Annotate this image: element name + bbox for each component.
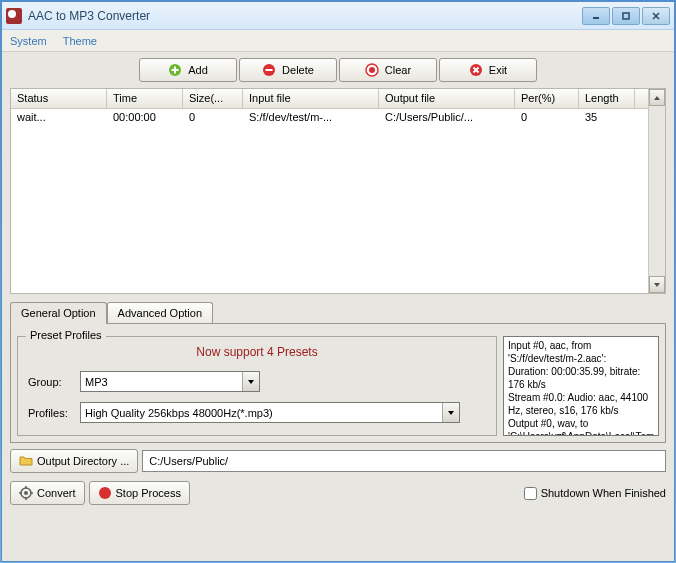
tab-general[interactable]: General Option: [10, 302, 107, 324]
svg-point-10: [369, 67, 375, 73]
menu-theme[interactable]: Theme: [63, 35, 97, 47]
scroll-up-button[interactable]: [649, 89, 665, 106]
window-controls: [582, 7, 670, 25]
menubar: System Theme: [2, 30, 674, 52]
add-button[interactable]: Add: [139, 58, 237, 82]
clear-icon: [365, 63, 379, 77]
tab-content: Preset Profiles Now support 4 Presets Gr…: [10, 323, 666, 443]
exit-button[interactable]: Exit: [439, 58, 537, 82]
output-directory-button[interactable]: Output Directory ...: [10, 449, 138, 473]
col-output[interactable]: Output file: [379, 89, 515, 108]
svg-marker-15: [654, 283, 660, 287]
profiles-label: Profiles:: [28, 407, 76, 419]
cell-input: S:/f/dev/test/m-...: [243, 109, 379, 127]
svg-point-19: [24, 491, 28, 495]
col-status[interactable]: Status: [11, 89, 107, 108]
svg-rect-1: [623, 13, 629, 19]
clear-label: Clear: [385, 64, 411, 76]
info-line: Input #0, aac, from: [508, 339, 654, 352]
stop-icon: [98, 486, 112, 500]
cell-output: C:/Users/Public/...: [379, 109, 515, 127]
convert-button[interactable]: Convert: [10, 481, 85, 505]
convert-label: Convert: [37, 487, 76, 499]
media-info-box: Input #0, aac, from 'S:/f/dev/test/m-2.a…: [503, 336, 659, 436]
shutdown-checkbox-wrap[interactable]: Shutdown When Finished: [524, 487, 666, 500]
table-body: wait... 00:00:00 0 S:/f/dev/test/m-... C…: [11, 109, 648, 127]
cell-size: 0: [183, 109, 243, 127]
app-icon: [6, 8, 22, 24]
cell-time: 00:00:00: [107, 109, 183, 127]
profiles-combo[interactable]: High Quality 256kbps 48000Hz(*.mp3): [80, 402, 460, 423]
delete-icon: [262, 63, 276, 77]
info-line: 'S:/f/dev/test/m-2.aac':: [508, 352, 654, 365]
preset-fieldset: Preset Profiles Now support 4 Presets Gr…: [17, 336, 497, 436]
tab-advanced[interactable]: Advanced Option: [107, 302, 213, 323]
exit-label: Exit: [489, 64, 507, 76]
close-button[interactable]: [642, 7, 670, 25]
maximize-button[interactable]: [612, 7, 640, 25]
info-line: Stream #0.0: Audio: aac, 44100 Hz, stere…: [508, 391, 654, 417]
app-window: AAC to MP3 Converter System Theme Add De…: [1, 1, 675, 562]
menu-system[interactable]: System: [10, 35, 47, 47]
toolbar: Add Delete Clear Exit: [10, 56, 666, 86]
cell-per: 0: [515, 109, 579, 127]
svg-marker-17: [448, 411, 454, 415]
clear-button[interactable]: Clear: [339, 58, 437, 82]
scroll-down-button[interactable]: [649, 276, 665, 293]
shutdown-checkbox[interactable]: [524, 487, 537, 500]
group-combo[interactable]: MP3: [80, 371, 260, 392]
stop-label: Stop Process: [116, 487, 181, 499]
table-header: Status Time Size(... Input file Output f…: [11, 89, 648, 109]
output-bar: Output Directory ...: [10, 445, 666, 477]
info-line: 'C:\Users\yzf\AppData\Local\Tem: [508, 430, 654, 436]
exit-icon: [469, 63, 483, 77]
delete-button[interactable]: Delete: [239, 58, 337, 82]
shutdown-label: Shutdown When Finished: [541, 487, 666, 499]
col-size[interactable]: Size(...: [183, 89, 243, 108]
output-dir-label: Output Directory ...: [37, 455, 129, 467]
preset-legend: Preset Profiles: [26, 329, 106, 341]
chevron-down-icon: [442, 403, 459, 422]
col-length[interactable]: Length: [579, 89, 635, 108]
gear-icon: [19, 486, 33, 500]
profiles-value: High Quality 256kbps 48000Hz(*.mp3): [85, 407, 273, 419]
action-bar: Convert Stop Process Shutdown When Finis…: [10, 479, 666, 507]
options-panel: General Option Advanced Option Preset Pr…: [10, 302, 666, 443]
chevron-down-icon: [242, 372, 259, 391]
file-table: Status Time Size(... Input file Output f…: [10, 88, 666, 294]
output-path-input[interactable]: [142, 450, 666, 472]
delete-label: Delete: [282, 64, 314, 76]
vertical-scrollbar[interactable]: [648, 89, 665, 293]
window-title: AAC to MP3 Converter: [28, 9, 582, 23]
svg-point-24: [99, 487, 111, 499]
group-label: Group:: [28, 376, 76, 388]
col-input[interactable]: Input file: [243, 89, 379, 108]
titlebar: AAC to MP3 Converter: [2, 2, 674, 30]
cell-status: wait...: [11, 109, 107, 127]
add-label: Add: [188, 64, 208, 76]
cell-length: 35: [579, 109, 635, 127]
table-row[interactable]: wait... 00:00:00 0 S:/f/dev/test/m-... C…: [11, 109, 648, 127]
info-line: Output #0, wav, to: [508, 417, 654, 430]
col-per[interactable]: Per(%): [515, 89, 579, 108]
minimize-button[interactable]: [582, 7, 610, 25]
col-time[interactable]: Time: [107, 89, 183, 108]
stop-button[interactable]: Stop Process: [89, 481, 190, 505]
group-value: MP3: [85, 376, 108, 388]
folder-icon: [19, 454, 33, 468]
svg-marker-14: [654, 96, 660, 100]
add-icon: [168, 63, 182, 77]
info-line: Duration: 00:00:35.99, bitrate: 176 kb/s: [508, 365, 654, 391]
content-area: Add Delete Clear Exit Status Time Size(.…: [2, 52, 674, 561]
svg-marker-16: [248, 380, 254, 384]
preset-message: Now support 4 Presets: [28, 345, 486, 359]
